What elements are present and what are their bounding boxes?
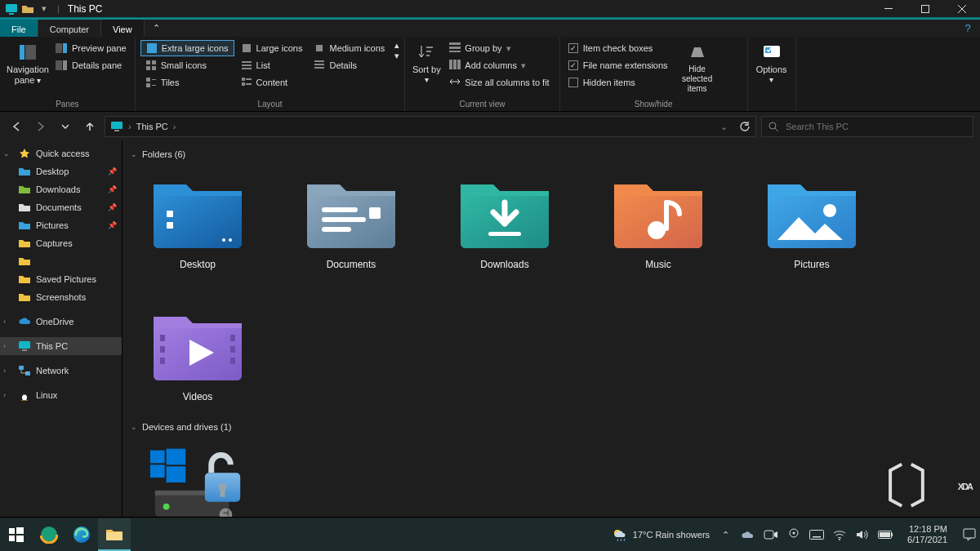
folder-downloads[interactable]: Downloads (448, 171, 562, 270)
group-folders-header[interactable]: ⌄Folders (6) (131, 146, 972, 162)
tray-wifi-icon[interactable] (832, 527, 847, 542)
nav-quick-6[interactable]: Saved Pictures (0, 270, 122, 288)
ribbon-group-options: Options▾ (748, 37, 796, 111)
hidden-items-toggle[interactable]: Hidden items (565, 74, 671, 91)
nav-this-pc[interactable]: ›This PC (0, 337, 122, 355)
maximize-button[interactable] (906, 0, 943, 18)
tray-clock[interactable]: 12:18 PM 6/17/2021 (901, 524, 954, 545)
address-history-button[interactable]: ⌄ (720, 122, 728, 132)
layout-scroll-down[interactable]: ▾ (394, 51, 399, 61)
ribbon-group-current-view: Sort by ▾ Group by ▾ Add columns ▾ Size … (405, 37, 559, 111)
refresh-button[interactable] (733, 121, 751, 132)
svg-rect-29 (314, 64, 324, 65)
sort-by-button[interactable]: Sort by ▾ (410, 40, 443, 87)
svg-rect-11 (146, 60, 150, 64)
nav-quick-3[interactable]: Pictures 📌 (0, 216, 122, 234)
preview-pane-button[interactable]: Preview pane (52, 40, 130, 56)
folder-pictures[interactable]: Pictures (755, 171, 869, 270)
svg-rect-95 (106, 532, 122, 540)
start-button[interactable] (0, 518, 33, 551)
options-button[interactable]: Options▾ (753, 40, 791, 87)
folder-qat-icon[interactable] (21, 2, 34, 16)
svg-rect-17 (146, 83, 150, 87)
details-pane-button[interactable]: Details pane (52, 57, 130, 73)
group-drives-header[interactable]: ⌄Devices and drives (1) (131, 419, 972, 435)
folder-small-icon (18, 291, 31, 304)
add-columns-button[interactable]: Add columns ▾ (444, 57, 554, 73)
svg-point-74 (163, 504, 170, 510)
nav-quick-2[interactable]: Documents 📌 (0, 198, 122, 216)
size-columns-button[interactable]: Size all columns to fit (444, 74, 554, 91)
tray-battery-icon[interactable] (878, 527, 893, 542)
nav-quick-4[interactable]: Captures (0, 234, 122, 252)
address-bar[interactable]: › This PC › ⌄ (105, 116, 756, 137)
forward-button[interactable] (31, 117, 51, 136)
drive-icon (145, 443, 250, 517)
tray-volume-icon[interactable] (855, 527, 870, 542)
group-by-button[interactable]: Group by ▾ (444, 40, 554, 56)
item-checkboxes-toggle[interactable]: ✓Item check boxes (565, 40, 671, 56)
folder-documents[interactable]: Documents (294, 171, 408, 270)
folder-videos[interactable]: Videos (140, 303, 255, 402)
tray-notifications-icon[interactable] (962, 527, 977, 542)
recent-locations-button[interactable] (56, 117, 75, 136)
tray-meet-now-icon[interactable] (764, 527, 778, 542)
layout-tiles[interactable]: Tiles (140, 74, 234, 91)
layout-medium-icons[interactable]: Medium icons (309, 40, 390, 56)
tab-computer[interactable]: Computer (38, 20, 101, 37)
tray-overflow-button[interactable]: ⌃ (718, 527, 733, 542)
layout-details[interactable]: Details (309, 57, 390, 73)
svg-rect-10 (147, 43, 157, 53)
taskbar-edge-canary[interactable] (33, 518, 65, 551)
help-button[interactable]: ? (956, 20, 980, 37)
layout-small-icons[interactable]: Small icons (140, 57, 234, 73)
taskbar-weather[interactable]: 17°C Rain showers (612, 527, 718, 542)
svg-rect-55 (322, 207, 358, 212)
search-icon (768, 122, 779, 132)
svg-rect-16 (152, 79, 156, 80)
tray-keyboard-icon[interactable] (809, 527, 824, 542)
qat-dropdown-icon[interactable]: ▾ (38, 2, 51, 16)
tab-view[interactable]: View (101, 20, 145, 37)
up-button[interactable] (80, 117, 100, 136)
layout-list[interactable]: List (236, 57, 308, 73)
svg-point-61 (823, 204, 836, 217)
nav-linux[interactable]: ›Linux (0, 386, 122, 404)
nav-quick-0[interactable]: Desktop 📌 (0, 162, 122, 180)
svg-rect-9 (63, 60, 67, 70)
drive-c[interactable]: TIS0031300A (C:) (140, 443, 255, 517)
nav-quick-1[interactable]: Downloads 📌 (0, 180, 122, 198)
tray-onedrive-icon[interactable] (741, 527, 755, 542)
options-icon (762, 42, 782, 62)
folder-small-icon (18, 219, 31, 232)
navigation-pane-button[interactable]: Navigation pane ▾ (5, 40, 51, 88)
layout-extra-large-icons[interactable]: Extra large icons (140, 40, 234, 56)
taskbar-edge[interactable] (65, 518, 98, 551)
svg-point-102 (839, 539, 840, 540)
taskbar-file-explorer[interactable] (98, 518, 131, 551)
tab-file[interactable]: File (0, 20, 38, 37)
layout-scroll-up[interactable]: ▴ (394, 40, 399, 51)
nav-quick-5[interactable] (0, 252, 122, 270)
file-extensions-toggle[interactable]: ✓File name extensions (565, 57, 671, 73)
svg-rect-47 (19, 366, 24, 370)
layout-large-icons[interactable]: Large icons (236, 40, 308, 56)
hide-selected-button[interactable]: Hide selected items (673, 40, 722, 96)
tray-location-icon[interactable] (786, 527, 801, 542)
svg-point-50 (22, 395, 27, 401)
close-button[interactable] (943, 0, 980, 18)
layout-content[interactable]: Content (236, 74, 308, 91)
nav-quick-7[interactable]: Screenshots (0, 288, 122, 306)
ribbon-group-show-hide: ✓Item check boxes ✓File name extensions … (560, 37, 748, 111)
folder-music[interactable]: Music (601, 171, 715, 270)
folder-desktop[interactable]: Desktop (140, 171, 255, 270)
nav-onedrive[interactable]: ›OneDrive (0, 313, 122, 331)
nav-network[interactable]: ›Network (0, 362, 122, 380)
nav-quick-access[interactable]: ⌄ Quick access (0, 144, 122, 162)
search-box[interactable] (761, 116, 973, 137)
back-button[interactable] (7, 117, 26, 136)
breadcrumb-this-pc[interactable]: This PC (136, 122, 168, 131)
minimize-ribbon-button[interactable]: ⌃ (145, 20, 169, 37)
minimize-button[interactable] (870, 0, 906, 18)
search-input[interactable] (786, 122, 966, 131)
